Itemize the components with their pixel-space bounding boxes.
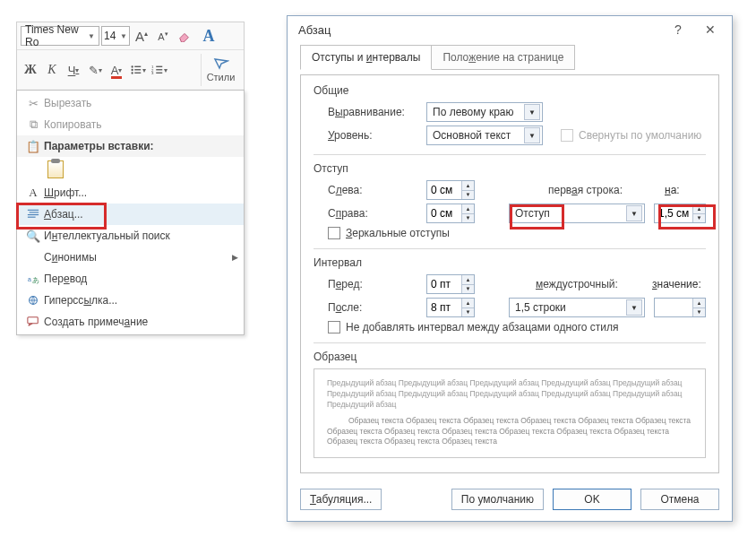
- svg-rect-1: [134, 66, 141, 67]
- spin-down-icon[interactable]: ▼: [461, 308, 474, 317]
- level-value: Основной текст: [433, 129, 511, 142]
- spin-up-icon[interactable]: ▲: [692, 204, 705, 214]
- tab-strip: Отступы и интервалы Положение на страниц…: [300, 45, 719, 70]
- menu-comment[interactable]: Создать примечание: [17, 311, 244, 333]
- highlight-button[interactable]: ✎▾: [85, 60, 105, 80]
- help-button[interactable]: ?: [662, 18, 694, 41]
- shrink-font-button[interactable]: A▾: [153, 26, 173, 46]
- styles-button[interactable]: Стили: [201, 54, 240, 86]
- numbering-icon: 123: [151, 64, 164, 76]
- after-spin[interactable]: ▲▼: [426, 298, 475, 317]
- numbering-button[interactable]: 123▾: [150, 60, 169, 80]
- chevron-right-icon: ▶: [232, 253, 238, 262]
- default-button[interactable]: По умолчанию: [451, 489, 544, 510]
- spin-down-icon[interactable]: ▼: [461, 214, 474, 223]
- paragraph-icon: [22, 208, 44, 221]
- spin-up-icon[interactable]: ▲: [461, 204, 474, 214]
- line-combo[interactable]: 1,5 строки ▼: [509, 298, 645, 317]
- right-spin[interactable]: ▲▼: [426, 204, 475, 223]
- underline-button[interactable]: Ч ▾: [64, 60, 83, 80]
- menu-smart-search[interactable]: 🔍 Интеллектуальный поиск: [17, 225, 244, 247]
- svg-text:a: a: [28, 276, 31, 282]
- italic-button[interactable]: К: [42, 60, 62, 80]
- ribbon-fragment: Times New Ro ▼ 14 ▼ A▴ A▾ A Ж К Ч ▾ ✎▾ A…: [16, 22, 245, 91]
- chevron-down-icon: ▼: [88, 32, 95, 40]
- at-value[interactable]: [655, 299, 692, 316]
- preview-box: Предыдущий абзац Предыдущий абзац Предыд…: [314, 368, 706, 458]
- grow-font-button[interactable]: A▴: [132, 26, 151, 46]
- menu-font[interactable]: A Шрифт...: [17, 182, 244, 204]
- copy-icon: ⧉: [22, 117, 44, 132]
- search-icon: 🔍: [22, 230, 44, 243]
- chevron-down-icon: ▼: [120, 32, 127, 40]
- by-spin[interactable]: ▲▼: [654, 204, 706, 223]
- after-value[interactable]: [427, 299, 461, 316]
- collapsed-checkbox: Свернуты по умолчанию: [561, 129, 701, 142]
- spin-down-icon[interactable]: ▼: [461, 285, 474, 294]
- menu-paste-option[interactable]: [17, 157, 244, 182]
- translate-icon: aあ: [22, 273, 44, 285]
- tabs-button[interactable]: Табуляция...: [300, 489, 382, 510]
- svg-rect-13: [30, 212, 39, 212]
- bold-button[interactable]: Ж: [21, 60, 40, 80]
- menu-paragraph[interactable]: Абзац...: [17, 204, 244, 225]
- by-value[interactable]: [655, 204, 692, 222]
- spin-down-icon[interactable]: ▼: [692, 214, 705, 223]
- cancel-button[interactable]: Отмена: [640, 489, 719, 510]
- menu-synonyms[interactable]: Синонимы ▶: [17, 247, 244, 268]
- menu-paste-options-header: 📋 Параметры вставки:: [17, 135, 244, 157]
- no-space-checkbox[interactable]: Не добавлять интервал между абзацами одн…: [328, 321, 706, 333]
- spin-down-icon[interactable]: ▼: [692, 308, 705, 317]
- before-value[interactable]: [427, 275, 461, 293]
- before-spin[interactable]: ▲▼: [426, 274, 475, 294]
- tab-page-position[interactable]: Положение на странице: [432, 45, 575, 70]
- svg-point-4: [131, 72, 133, 74]
- mirror-checkbox[interactable]: Зеркальные отступы: [328, 227, 706, 239]
- chevron-down-icon: ▼: [626, 205, 642, 221]
- line-label: междустрочный:: [536, 278, 643, 290]
- left-spin[interactable]: ▲▼: [426, 180, 475, 200]
- menu-translate[interactable]: aあ Перевод: [17, 268, 244, 290]
- link-icon: [22, 294, 44, 307]
- group-preview: Образец: [314, 351, 706, 363]
- line-value: 1,5 строки: [515, 301, 566, 314]
- first-line-combo[interactable]: Отступ ▼: [509, 204, 645, 223]
- left-value[interactable]: [427, 181, 461, 199]
- close-button[interactable]: ✕: [694, 18, 726, 41]
- level-combo[interactable]: Основной текст ▼: [426, 126, 543, 145]
- at-spin[interactable]: ▲▼: [654, 298, 706, 317]
- spin-up-icon[interactable]: ▲: [461, 181, 474, 191]
- after-label: После:: [328, 301, 417, 314]
- align-combo[interactable]: По левому краю ▼: [426, 102, 543, 122]
- font-color-button[interactable]: A▾: [107, 60, 126, 80]
- group-general: Общие: [314, 84, 706, 97]
- styles-gallery-button[interactable]: A: [196, 26, 221, 46]
- bullets-button[interactable]: ▾: [128, 60, 148, 80]
- comment-icon: [22, 316, 44, 328]
- paragraph-dialog: Абзац ? ✕ Отступы и интервалы Положение …: [287, 15, 733, 522]
- font-name-value: Times New Ro: [25, 23, 88, 48]
- chevron-down-icon: ▼: [524, 104, 540, 120]
- font-name-combo[interactable]: Times New Ro ▼: [21, 26, 99, 46]
- dialog-title: Абзац: [298, 23, 662, 37]
- svg-rect-9: [156, 69, 162, 70]
- left-label: Слева:: [328, 184, 417, 196]
- right-value[interactable]: [427, 204, 461, 222]
- svg-text:3: 3: [151, 71, 154, 75]
- spin-up-icon[interactable]: ▲: [461, 299, 474, 308]
- menu-hyperlink[interactable]: Гиперссылка...: [17, 290, 244, 311]
- style-a-icon: A: [203, 27, 215, 46]
- spin-up-icon[interactable]: ▲: [692, 299, 705, 308]
- spin-down-icon[interactable]: ▼: [461, 191, 474, 200]
- ok-button[interactable]: OK: [553, 489, 631, 510]
- spin-up-icon[interactable]: ▲: [461, 275, 474, 285]
- right-label: Справа:: [328, 207, 417, 220]
- clear-format-button[interactable]: [175, 26, 194, 46]
- paste-keep-source-icon: [47, 160, 64, 178]
- font-size-combo[interactable]: 14 ▼: [101, 26, 130, 46]
- menu-copy: ⧉ Копировать: [17, 114, 244, 135]
- styles-label: Стили: [207, 72, 236, 82]
- at-label: значение:: [652, 278, 706, 290]
- tab-indents[interactable]: Отступы и интервалы: [300, 45, 432, 70]
- svg-rect-15: [28, 217, 36, 218]
